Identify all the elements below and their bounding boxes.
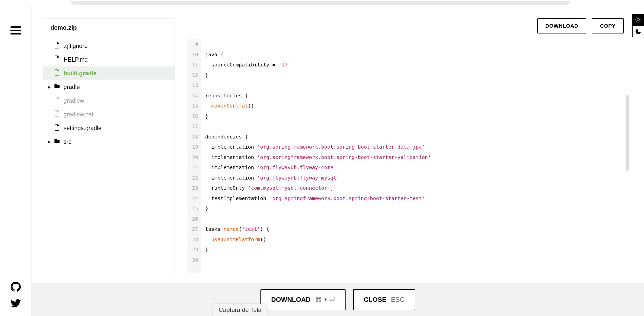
browser-top-bar	[0, 0, 644, 6]
address-bar-collapsed[interactable]	[71, 1, 570, 5]
